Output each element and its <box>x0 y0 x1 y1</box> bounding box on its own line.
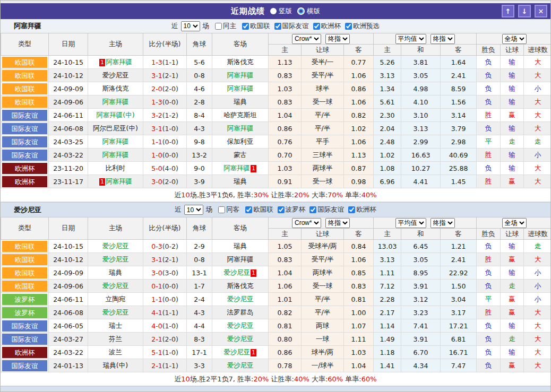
league-checkbox[interactable] <box>345 23 352 30</box>
corners: 5-6 <box>187 56 212 69</box>
away-team-cell: 爱沙尼亚 <box>212 293 269 306</box>
layout-radio-vertical[interactable]: 竖版 <box>270 7 292 16</box>
close-button[interactable]: ✕ <box>535 5 547 18</box>
same-venue-filter[interactable]: 同主 <box>211 22 236 31</box>
league-checkbox[interactable] <box>274 23 281 30</box>
league-label: 欧洲杯 <box>356 205 376 214</box>
avg-home: 2.30 <box>374 109 401 122</box>
odds-away: 0.81 <box>344 293 374 306</box>
league-checkbox[interactable] <box>278 206 285 213</box>
result-handicap: 赢 <box>501 175 524 188</box>
title-bar: 近期战绩 竖版 横版 ↑ ↓ ✕ <box>1 3 550 19</box>
home-team-cell: 爱沙尼亚 <box>88 280 143 293</box>
league-checkbox[interactable] <box>309 206 316 213</box>
league-filter[interactable]: 欧洲杯 <box>344 205 376 214</box>
sub-avg-draw: 和 <box>401 45 441 56</box>
avg-draw: 2.99 <box>401 135 441 149</box>
corners: 8-3 <box>187 333 212 346</box>
result-outcome: 平 <box>477 135 501 149</box>
league-filters: 欧国联波罗杯国际友谊欧洲杯 <box>241 205 376 214</box>
summary-segment: 40% <box>361 191 377 199</box>
bottom-strip <box>1 386 550 392</box>
away-team-name: 法罗群岛 <box>227 308 254 316</box>
avg-home: 5.61 <box>374 95 401 109</box>
odds-source-select[interactable]: Crow* <box>292 218 321 228</box>
summary-segment: 大率: <box>309 191 328 199</box>
league-filter[interactable]: 欧国联 <box>241 205 273 214</box>
odds-handicap: 平/半 <box>302 293 344 306</box>
league-filter[interactable]: 欧洲杯 <box>309 22 341 31</box>
record-summary-1: 近10场,胜3平1负6, 胜率:30% 让胜率:20% 大率:70% 单率:40… <box>1 188 550 202</box>
match-row: 欧国联 24-10-12 爱沙尼亚 3-1(2-1) 0-8 阿塞拜疆 0.83… <box>1 253 551 266</box>
home-team-name: 芬兰 <box>109 335 122 343</box>
match-date: 24-06-08 <box>49 122 88 135</box>
home-team-cell: 阿塞拜疆 <box>88 149 143 162</box>
league-badge: 波罗杯 <box>2 307 47 318</box>
same-venue-checkbox[interactable] <box>215 23 222 30</box>
odds-away: 1.07 <box>344 319 374 333</box>
home-team-name: 爱沙尼亚 <box>102 255 129 263</box>
odds-source-select[interactable]: Crow* <box>292 34 321 44</box>
avg-away: 7.47 <box>441 359 477 372</box>
odds-home: 1.03 <box>269 82 302 95</box>
home-team-cell: 阿塞拜疆 <box>88 95 143 109</box>
result-goals: 走 <box>524 240 551 253</box>
away-team-cell: 蒙古 <box>212 149 269 162</box>
league-checkbox[interactable] <box>313 23 320 30</box>
sub-result-goals: 进球数 <box>524 229 551 240</box>
score-cell: 3-2(1-2) <box>143 109 187 122</box>
odds-stage-select[interactable]: 终指 <box>325 34 350 44</box>
league-filter[interactable]: 欧洲预选 <box>341 22 380 31</box>
summary-segment: 60% <box>361 375 377 383</box>
corners: 2-8 <box>187 95 212 109</box>
full-time-score: 1-3 <box>151 98 162 106</box>
avg-stage-select[interactable]: 终指 <box>431 34 455 44</box>
same-venue-filter[interactable]: 同客 <box>214 205 239 214</box>
corners: 4-4 <box>187 319 212 333</box>
full-time-score: 3-0 <box>151 178 162 186</box>
avg-away: 6.81 <box>441 333 477 346</box>
result-outcome: 胜 <box>477 253 501 266</box>
half-time-score: (2-0) <box>162 85 178 93</box>
avg-away: 3.14 <box>441 109 477 122</box>
away-team-name: 斯洛伐克 <box>227 282 254 290</box>
avg-group-header: 平均值 终指 <box>374 33 477 45</box>
avg-source-select[interactable]: 平均值 <box>395 34 426 44</box>
result-handicap: 赢 <box>501 253 524 266</box>
match-count-select[interactable]: 10 <box>181 21 200 31</box>
move-down-button[interactable]: ↓ <box>518 5 531 18</box>
avg-stage-select[interactable]: 终指 <box>431 218 455 228</box>
summary-segment: 30% <box>253 191 269 199</box>
league-checkbox[interactable] <box>245 206 252 213</box>
avg-draw: 3.91 <box>401 280 441 293</box>
half-time-score: (0-2) <box>162 242 178 250</box>
league-filter[interactable]: 国际友谊 <box>305 205 344 214</box>
half-time-score: (0-0) <box>162 282 178 290</box>
league-checkbox[interactable] <box>348 206 355 213</box>
odds-home: 1.04 <box>269 109 302 122</box>
home-team-name: 爱沙尼亚 <box>102 71 129 79</box>
layout-radio-horizontal[interactable]: 横版 <box>297 7 320 16</box>
same-venue-checkbox[interactable] <box>218 206 225 213</box>
league-filter[interactable]: 欧国联 <box>238 22 270 31</box>
home-team-cell: 阿塞拜疆(中) <box>88 109 143 122</box>
summary-segment: 近 <box>174 375 181 383</box>
result-handicap: 走 <box>501 135 524 149</box>
move-up-button[interactable]: ↑ <box>502 5 514 18</box>
avg-source-select[interactable]: 平均值 <box>395 218 426 228</box>
odds-stage-select[interactable]: 终指 <box>325 218 350 228</box>
result-outcome: 负 <box>477 359 501 372</box>
odds-home: 0.83 <box>269 253 302 266</box>
summary-segment: 近 <box>174 191 181 199</box>
scope-select[interactable]: 全场 <box>502 34 527 44</box>
league-filter[interactable]: 国际友谊 <box>270 22 309 31</box>
match-count-select[interactable]: 10 <box>184 205 203 215</box>
league-filter[interactable]: 波罗杯 <box>273 205 306 214</box>
scope-select[interactable]: 全场 <box>502 218 527 228</box>
league-checkbox[interactable] <box>242 23 249 30</box>
home-team-name: 瑞士 <box>109 321 122 329</box>
odds-away: 1.02 <box>344 122 374 135</box>
away-team-name: 爱沙尼亚 <box>227 321 254 329</box>
sub-avg-home: 主 <box>374 45 401 56</box>
avg-draw: 4.98 <box>401 82 441 95</box>
